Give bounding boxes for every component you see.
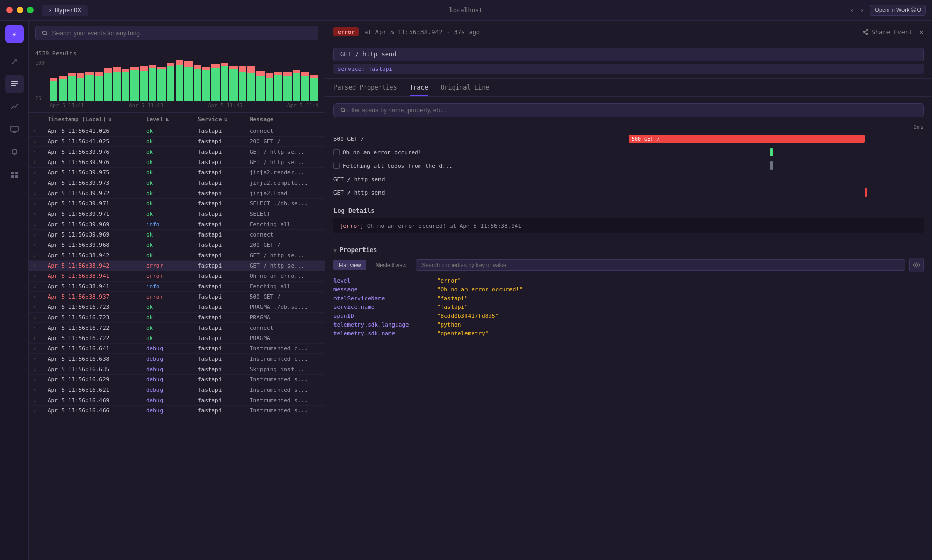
row-expand-icon[interactable]: › <box>33 273 48 279</box>
browser-tab[interactable]: ⚡ HyperDX <box>42 5 88 16</box>
search-input-wrap[interactable] <box>35 26 318 40</box>
row-message: Instrumented s... <box>250 387 321 393</box>
span-name-500: 500 GET / <box>333 136 629 142</box>
row-expand-icon[interactable]: › <box>33 325 48 331</box>
table-row[interactable]: › Apr 5 11:56:16.629 debug fastapi Instr… <box>29 375 325 385</box>
row-level: error <box>146 293 198 300</box>
row-expand-icon[interactable]: › <box>33 294 48 300</box>
row-expand-icon[interactable]: › <box>33 387 48 393</box>
table-row[interactable]: › Apr 5 11:56:39.971 ok fastapi SELECT <box>29 209 325 219</box>
search-input[interactable] <box>52 30 312 37</box>
table-row[interactable]: › Apr 5 11:56:39.972 ok fastapi jinja2.l… <box>29 188 325 199</box>
open-in-work-button[interactable]: Open in Work ⌘O <box>870 5 926 16</box>
nav-forward-icon[interactable]: › <box>860 7 864 14</box>
table-row[interactable]: › Apr 5 11:56:16.723 ok fastapi PRAGMA <box>29 313 325 323</box>
search-icon <box>42 30 48 36</box>
row-expand-icon[interactable]: › <box>33 242 48 248</box>
table-row[interactable]: › Apr 5 11:56:16.469 debug fastapi Instr… <box>29 395 325 406</box>
row-level: debug <box>146 345 198 352</box>
row-expand-icon[interactable]: › <box>33 170 48 175</box>
sidebar-item-grid[interactable] <box>5 166 24 184</box>
row-expand-icon[interactable]: › <box>33 263 48 269</box>
close-event-button[interactable]: ✕ <box>919 27 924 37</box>
row-expand-icon[interactable]: › <box>33 284 48 289</box>
props-search-input[interactable] <box>416 259 905 271</box>
table-row[interactable]: › Apr 5 11:56:39.976 ok fastapi GET / ht… <box>29 147 325 157</box>
span-checkbox-fetch[interactable] <box>333 163 340 169</box>
sort-icon[interactable]: ⇅ <box>108 116 112 123</box>
nested-view-button[interactable]: Nested view <box>370 260 412 270</box>
flat-view-button[interactable]: Flat view <box>333 260 366 270</box>
filter-input[interactable] <box>346 107 917 114</box>
row-expand-icon[interactable]: › <box>33 159 48 165</box>
nav-back-icon[interactable]: ‹ <box>850 7 854 14</box>
tab-original-line[interactable]: Original Line <box>441 79 489 96</box>
table-row[interactable]: › Apr 5 11:56:38.942 error fastapi GET /… <box>29 261 325 271</box>
row-expand-icon[interactable]: › <box>33 180 48 186</box>
sidebar-item-expand[interactable]: ⤢ <box>5 52 24 70</box>
row-message: 200 GET / <box>250 242 321 248</box>
row-expand-icon[interactable]: › <box>33 139 48 144</box>
row-expand-icon[interactable]: › <box>33 201 48 207</box>
table-row[interactable]: › Apr 5 11:56:41.026 ok fastapi connect <box>29 126 325 137</box>
row-expand-icon[interactable]: › <box>33 335 48 341</box>
table-row[interactable]: › Apr 5 11:56:16.641 debug fastapi Instr… <box>29 344 325 354</box>
sidebar-item-bell[interactable] <box>5 143 24 161</box>
table-row[interactable]: › Apr 5 11:56:38.941 error fastapi Oh no… <box>29 271 325 282</box>
tab-trace[interactable]: Trace <box>410 79 428 96</box>
sidebar-item-logs[interactable] <box>5 75 24 93</box>
row-expand-icon[interactable]: › <box>33 346 48 351</box>
svg-rect-7 <box>11 172 14 174</box>
row-expand-icon[interactable]: › <box>33 232 48 238</box>
span-row-fetch: Fetching all todos from the d... <box>333 159 924 172</box>
row-expand-icon[interactable]: › <box>33 377 48 382</box>
minimize-window-btn[interactable] <box>17 7 23 13</box>
tab-parsed-properties[interactable]: Parsed Properties <box>333 79 397 96</box>
row-expand-icon[interactable]: › <box>33 128 48 134</box>
table-row[interactable]: › Apr 5 11:56:39.973 ok fastapi jinja2.c… <box>29 178 325 188</box>
close-window-btn[interactable] <box>6 7 13 13</box>
table-row[interactable]: › Apr 5 11:56:16.638 debug fastapi Instr… <box>29 354 325 364</box>
chevron-icon[interactable]: ▼ <box>333 247 337 253</box>
row-expand-icon[interactable]: › <box>33 149 48 155</box>
row-timestamp: Apr 5 11:56:38.937 <box>48 293 146 300</box>
level-filter-icon[interactable]: ⇅ <box>165 116 169 123</box>
service-filter-icon[interactable]: ⇅ <box>224 116 227 123</box>
row-expand-icon[interactable]: › <box>33 366 48 372</box>
table-row[interactable]: › Apr 5 11:56:39.971 ok fastapi SELECT .… <box>29 199 325 209</box>
row-expand-icon[interactable]: › <box>33 408 48 414</box>
share-event-button[interactable]: Share Event <box>863 28 912 36</box>
row-expand-icon[interactable]: › <box>33 211 48 217</box>
row-expand-icon[interactable]: › <box>33 356 48 362</box>
filter-input-wrap[interactable] <box>333 103 924 117</box>
row-expand-icon[interactable]: › <box>33 222 48 227</box>
row-service: fastapi <box>198 314 250 321</box>
table-row[interactable]: › Apr 5 11:56:39.969 info fastapi Fetchi… <box>29 219 325 230</box>
table-row[interactable]: › Apr 5 11:56:41.025 ok fastapi 200 GET … <box>29 137 325 147</box>
table-row[interactable]: › Apr 5 11:56:38.942 ok fastapi GET / ht… <box>29 250 325 261</box>
table-row[interactable]: › Apr 5 11:56:39.976 ok fastapi GET / ht… <box>29 157 325 168</box>
sidebar-item-chart[interactable] <box>5 97 24 116</box>
table-row[interactable]: › Apr 5 11:56:39.968 ok fastapi 200 GET … <box>29 240 325 250</box>
span-time-label: 0ms <box>629 124 924 130</box>
table-row[interactable]: › Apr 5 11:56:16.466 debug fastapi Instr… <box>29 406 325 416</box>
row-expand-icon[interactable]: › <box>33 253 48 258</box>
sidebar-item-monitor[interactable] <box>5 120 24 139</box>
table-row[interactable]: › Apr 5 11:56:16.635 debug fastapi Skipp… <box>29 364 325 375</box>
table-row[interactable]: › Apr 5 11:56:16.621 debug fastapi Instr… <box>29 385 325 395</box>
table-row[interactable]: › Apr 5 11:56:39.969 ok fastapi connect <box>29 230 325 240</box>
row-expand-icon[interactable]: › <box>33 397 48 403</box>
table-row[interactable]: › Apr 5 11:56:39.975 ok fastapi jinja2.r… <box>29 168 325 178</box>
table-row[interactable]: › Apr 5 11:56:16.723 ok fastapi PRAGMA .… <box>29 302 325 313</box>
row-expand-icon[interactable]: › <box>33 190 48 196</box>
span-checkbox-error[interactable] <box>333 149 340 155</box>
gear-button[interactable] <box>909 258 924 272</box>
svg-point-13 <box>866 29 868 31</box>
table-row[interactable]: › Apr 5 11:56:38.937 error fastapi 500 G… <box>29 292 325 302</box>
row-expand-icon[interactable]: › <box>33 315 48 320</box>
row-expand-icon[interactable]: › <box>33 304 48 310</box>
table-row[interactable]: › Apr 5 11:56:38.941 info fastapi Fetchi… <box>29 282 325 292</box>
maximize-window-btn[interactable] <box>27 7 34 13</box>
table-row[interactable]: › Apr 5 11:56:16.722 ok fastapi connect <box>29 323 325 333</box>
table-row[interactable]: › Apr 5 11:56:16.722 ok fastapi PRAGMA <box>29 333 325 344</box>
